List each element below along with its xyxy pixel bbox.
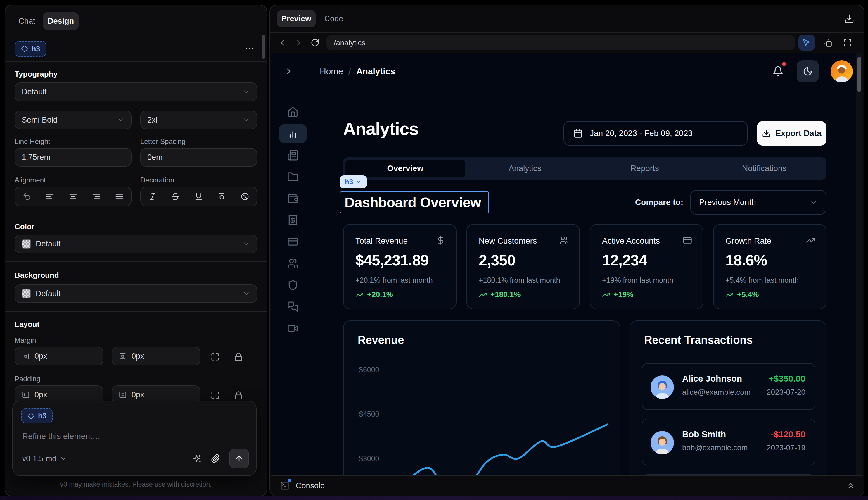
padding-lock-button[interactable] [233,390,244,401]
fullscreen-button[interactable] [840,34,856,51]
overline-button[interactable] [214,189,229,204]
sidebar-toggle-button[interactable] [282,65,295,78]
sidebar-item-receipts[interactable] [277,209,309,231]
underline-button[interactable] [191,189,206,204]
font-family-select[interactable]: Default [15,82,257,101]
selection-tag[interactable]: h3 [339,175,367,188]
duplicate-view-button[interactable] [820,34,836,51]
trending-up-icon [602,291,610,299]
tab-preview[interactable]: Preview [277,10,316,27]
sidebar-item-news[interactable] [277,145,309,166]
sidebar-item-wallet[interactable] [277,188,309,209]
tab-chat[interactable]: Chat [15,12,39,30]
font-weight-select[interactable]: Semi Bold [15,111,131,129]
color-value: Default [36,239,61,249]
element-menu-button[interactable] [243,42,257,56]
preview-panel: Preview Code /analytics [269,5,865,497]
composer-badge-label: h3 [38,412,46,420]
margin-y-input[interactable]: 0px [112,347,200,365]
tab-overview[interactable]: Overview [345,160,465,177]
padding-vertical-icon [119,391,127,399]
chevron-right-icon [284,67,293,76]
color-section-label: Color [15,222,34,231]
letter-spacing-input[interactable]: 0em [140,148,257,167]
sidebar-item-users[interactable] [277,253,309,274]
chevron-down-icon [60,455,67,462]
strikethrough-button[interactable] [168,189,183,204]
notifications-button[interactable] [771,64,785,78]
margin-expand-button[interactable] [210,351,220,362]
no-decoration-button[interactable] [237,189,253,204]
composer-element-badge[interactable]: h3 [21,408,53,423]
selected-element-badge[interactable]: h3 [15,41,46,57]
sidebar-item-cards[interactable] [277,231,309,253]
revenue-chart-card: Revenue $6000 $4500 $3000 [343,320,620,475]
preview-scrollbar-thumb[interactable] [857,57,861,92]
user-avatar[interactable] [831,60,853,82]
tab-design[interactable]: Design [43,12,79,30]
stat-trend: +19% [614,290,633,299]
background-select[interactable]: Default [15,284,257,303]
preview-scrollbar-track[interactable] [856,53,862,475]
sidebar-item-video[interactable] [277,318,309,339]
sidebar-item-analytics[interactable] [277,123,309,145]
nav-forward-button[interactable] [292,36,305,49]
console-bar[interactable]: Console [271,475,863,495]
align-justify-button[interactable] [112,189,127,204]
align-left-button[interactable] [42,189,58,204]
tab-code[interactable]: Code [320,10,347,27]
submit-button[interactable] [229,448,249,468]
tab-reports[interactable]: Reports [585,160,705,177]
transaction-item[interactable]: Bob Smith bob@example.com -$120.50 2023-… [642,419,815,466]
stat-label: Active Accounts [602,236,660,246]
align-right-button[interactable] [89,189,104,204]
padding-expand-button[interactable] [210,390,220,401]
sparkles-icon [192,454,202,463]
attach-button[interactable] [208,451,223,466]
nav-back-button[interactable] [276,36,289,49]
decoration-label: Decoration [140,176,174,184]
color-select[interactable]: Default [15,235,257,253]
selected-element-outline[interactable]: Dashboard Overview [339,191,489,214]
enhance-button[interactable] [189,451,205,466]
theme-toggle-button[interactable] [797,60,819,82]
margin-x-input[interactable]: 0px [15,347,103,365]
chevron-down-icon [810,198,818,206]
panel-scrollbar[interactable] [263,34,265,59]
tab-reports-label: Reports [630,164,659,173]
align-right-icon [92,192,101,201]
stat-trend: +180.1% [490,290,521,299]
transaction-item[interactable]: Alice Johnson alice@example.com +$350.00… [642,363,815,410]
tab-notifications[interactable]: Notifications [705,160,824,177]
date-range-picker[interactable]: Jan 20, 2023 - Feb 09, 2023 [564,121,748,146]
sidebar-item-files[interactable] [277,166,309,188]
sidebar-item-home[interactable] [277,101,309,123]
stat-change: +5.4% from last month [725,276,799,284]
letter-spacing-label: Letter Spacing [140,137,186,146]
download-button[interactable] [843,12,856,25]
trending-up-icon [806,236,815,245]
console-expand-button[interactable] [846,481,855,490]
align-center-button[interactable] [66,189,81,204]
breadcrumb-home[interactable]: Home [320,66,343,76]
line-height-input[interactable]: 1.75rem [15,148,131,167]
messages-icon [287,301,298,312]
stat-trend: +5.4% [737,290,759,299]
refresh-button[interactable] [309,36,322,49]
refine-input[interactable]: Refine this element… [22,432,101,441]
console-icon-wrap [279,480,290,491]
model-select[interactable]: v0-1.5-md [22,454,67,463]
select-element-mode-button[interactable] [798,34,815,51]
url-bar[interactable]: /analytics [326,35,795,50]
arrow-up-icon [235,454,243,463]
export-data-button[interactable]: Export Data [757,121,826,146]
reset-alignment-button[interactable] [19,189,34,204]
sidebar-item-security[interactable] [277,274,309,296]
tab-analytics[interactable]: Analytics [465,160,585,177]
home-icon [287,106,298,117]
sidebar-item-messages[interactable] [277,296,309,318]
margin-lock-button[interactable] [233,351,244,362]
font-size-select[interactable]: 2xl [140,111,257,129]
compare-select[interactable]: Previous Month [690,190,826,215]
italic-button[interactable] [145,189,160,204]
